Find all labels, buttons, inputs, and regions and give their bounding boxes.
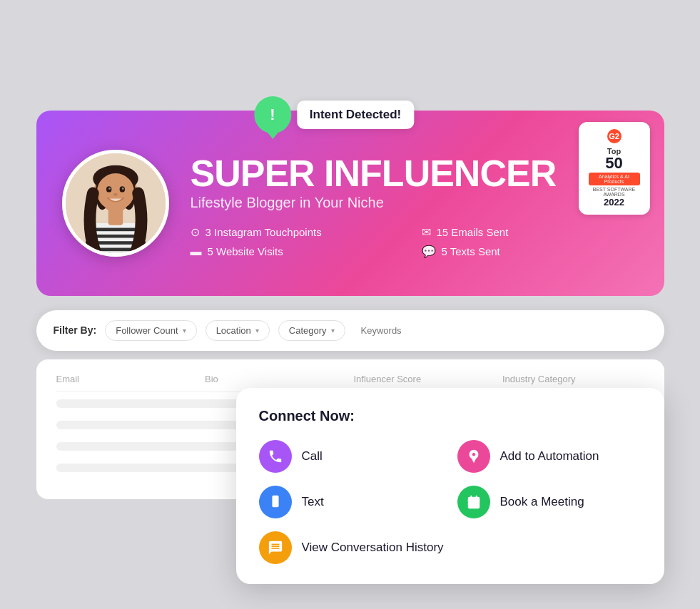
website-icon: ▬ <box>191 245 202 258</box>
history-icon <box>259 531 292 564</box>
email-icon: ✉ <box>422 225 431 239</box>
col-email: Email <box>56 374 198 384</box>
connect-automation[interactable]: Add to Automation <box>457 440 641 473</box>
connect-meeting[interactable]: Book a Meeting <box>457 486 641 518</box>
intent-icon: ! <box>254 96 291 133</box>
location-filter[interactable]: Location ▾ <box>206 320 270 341</box>
page-container: ! Intent Detected! G2 Top 50 Analytics &… <box>36 111 664 499</box>
hero-title: SUPER INFLUENCER <box>191 155 639 192</box>
location-label: Location <box>216 325 251 336</box>
table-row <box>56 421 262 429</box>
category-filter[interactable]: Category ▾ <box>278 320 345 341</box>
keywords-input[interactable] <box>354 321 647 340</box>
chevron-down-icon: ▾ <box>331 327 335 334</box>
stats-grid: ⊙ 3 Instagram Touchpoints ✉ 15 Emails Se… <box>191 225 639 258</box>
automation-icon <box>457 440 490 473</box>
svg-point-8 <box>108 188 111 190</box>
text-message-icon <box>259 486 292 518</box>
intent-text: Intent Detected! <box>297 101 414 129</box>
connect-popup: Connect Now: Call <box>236 388 664 584</box>
filter-label: Filter By: <box>54 324 97 336</box>
col-score: Influencer Score <box>354 374 496 384</box>
category-label: Category <box>289 325 327 336</box>
meeting-label: Book a Meeting <box>500 495 584 509</box>
connect-call[interactable]: Call <box>259 440 443 473</box>
g2-number: 50 <box>589 155 640 171</box>
svg-point-5 <box>96 173 133 210</box>
stat-texts-text: 5 Texts Sent <box>442 245 500 257</box>
stat-emails-text: 15 Emails Sent <box>437 226 509 238</box>
automation-label: Add to Automation <box>500 449 599 464</box>
col-industry: Industry Category <box>502 374 644 384</box>
svg-rect-18 <box>108 208 123 225</box>
svg-point-9 <box>121 188 123 190</box>
hero-card: ! Intent Detected! G2 Top 50 Analytics &… <box>36 111 664 296</box>
svg-rect-21 <box>467 496 480 508</box>
g2-year: 2022 <box>589 197 640 208</box>
stat-instagram: ⊙ 3 Instagram Touchpoints <box>191 225 407 239</box>
svg-point-10 <box>113 193 118 196</box>
stat-texts: 💬 5 Texts Sent <box>422 245 639 258</box>
stat-instagram-text: 3 Instagram Touchpoints <box>206 226 322 238</box>
connect-grid: Call Add to Automation <box>259 440 641 564</box>
history-label: View Conversation History <box>302 541 444 555</box>
connect-history[interactable]: View Conversation History <box>259 531 641 564</box>
chevron-down-icon: ▾ <box>255 327 259 334</box>
table-area: Email Bio Influencer Score Industry Cate… <box>36 359 664 499</box>
call-label: Call <box>302 449 323 464</box>
col-bio: Bio <box>205 374 347 384</box>
stat-website: ▬ 5 Website Visits <box>191 245 407 258</box>
intent-badge: ! Intent Detected! <box>254 96 414 133</box>
meeting-icon <box>457 486 490 518</box>
avatar-placeholder <box>66 153 166 253</box>
g2-analytics-label: Analytics & AI Products <box>589 173 640 185</box>
svg-point-20 <box>275 504 276 506</box>
text-label: Text <box>302 495 324 509</box>
text-icon: 💬 <box>422 245 436 258</box>
g2-award-label: BEST SOFTWARE AWARDS <box>589 187 640 197</box>
avatar <box>62 150 169 257</box>
connect-text[interactable]: Text <box>259 486 443 518</box>
hero-subtitle: Lifestyle Blogger in Your Niche <box>191 195 639 211</box>
connect-title: Connect Now: <box>259 408 641 424</box>
hero-text-section: SUPER INFLUENCER Lifestyle Blogger in Yo… <box>191 148 639 258</box>
follower-count-filter[interactable]: Follower Count ▾ <box>105 320 196 341</box>
instagram-icon: ⊙ <box>191 225 200 239</box>
g2-logo-icon: G2 <box>607 129 622 143</box>
filter-bar: Filter By: Follower Count ▾ Location ▾ C… <box>36 310 664 351</box>
stat-website-text: 5 Website Visits <box>208 245 283 257</box>
follower-count-label: Follower Count <box>116 325 178 336</box>
call-icon <box>259 440 292 473</box>
chevron-down-icon: ▾ <box>183 327 186 334</box>
g2-badge: G2 Top 50 Analytics & AI Products BEST S… <box>579 122 650 215</box>
stat-emails: ✉ 15 Emails Sent <box>422 225 639 239</box>
